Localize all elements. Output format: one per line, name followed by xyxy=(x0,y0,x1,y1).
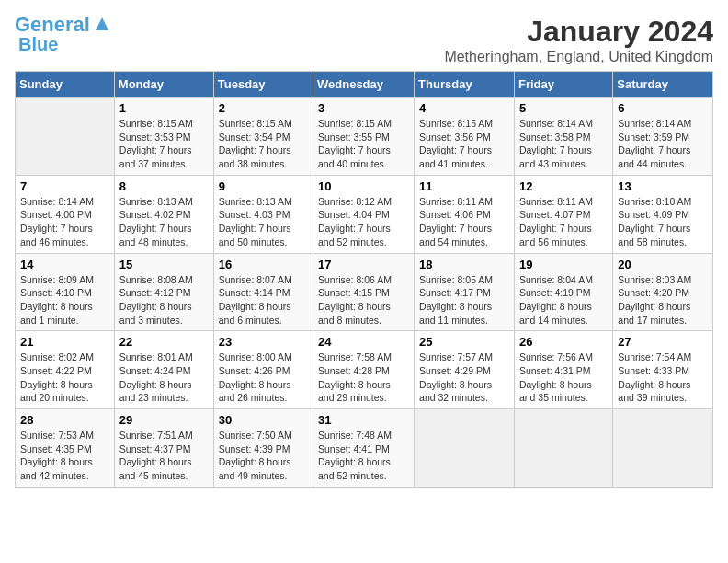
calendar-cell: 28Sunrise: 7:53 AMSunset: 4:35 PMDayligh… xyxy=(16,409,115,488)
day-info: Sunrise: 8:12 AMSunset: 4:04 PMDaylight:… xyxy=(318,195,409,249)
calendar-week-row: 14Sunrise: 8:09 AMSunset: 4:10 PMDayligh… xyxy=(16,253,713,331)
col-tuesday: Tuesday xyxy=(213,72,313,98)
col-monday: Monday xyxy=(114,72,213,98)
day-number: 27 xyxy=(618,335,708,349)
calendar-cell: 29Sunrise: 7:51 AMSunset: 4:37 PMDayligh… xyxy=(114,409,213,488)
col-saturday: Saturday xyxy=(613,72,713,98)
day-number: 24 xyxy=(318,335,409,349)
calendar-week-row: 7Sunrise: 8:14 AMSunset: 4:00 PMDaylight… xyxy=(16,175,713,253)
day-number: 6 xyxy=(618,101,708,115)
day-number: 12 xyxy=(519,179,608,193)
day-info: Sunrise: 8:14 AMSunset: 3:58 PMDaylight:… xyxy=(519,117,608,171)
day-number: 11 xyxy=(419,179,509,193)
day-number: 20 xyxy=(618,258,708,271)
location-subtitle: Metheringham, England, United Kingdom xyxy=(444,49,713,65)
day-info: Sunrise: 7:48 AMSunset: 4:41 PMDaylight:… xyxy=(318,429,409,483)
calendar-cell xyxy=(415,409,515,488)
calendar-cell: 12Sunrise: 8:11 AMSunset: 4:07 PMDayligh… xyxy=(514,175,612,253)
day-number: 3 xyxy=(318,101,409,115)
calendar-cell: 23Sunrise: 8:00 AMSunset: 4:26 PMDayligh… xyxy=(213,331,313,409)
day-number: 4 xyxy=(419,101,509,115)
day-number: 29 xyxy=(119,413,209,427)
calendar-cell: 21Sunrise: 8:02 AMSunset: 4:22 PMDayligh… xyxy=(16,331,115,409)
calendar-cell: 18Sunrise: 8:05 AMSunset: 4:17 PMDayligh… xyxy=(415,253,515,331)
title-area: January 2024 Metheringham, England, Unit… xyxy=(444,15,713,65)
day-number: 2 xyxy=(219,101,308,115)
day-number: 21 xyxy=(20,335,109,349)
day-number: 13 xyxy=(618,179,708,193)
day-number: 1 xyxy=(119,101,209,115)
day-number: 25 xyxy=(419,335,509,349)
calendar-table: Sunday Monday Tuesday Wednesday Thursday… xyxy=(15,71,713,488)
header: General Blue January 2024 Metheringham, … xyxy=(15,15,713,65)
calendar-cell: 1Sunrise: 8:15 AMSunset: 3:53 PMDaylight… xyxy=(114,98,213,176)
day-number: 16 xyxy=(219,258,308,271)
month-year-title: January 2024 xyxy=(444,15,713,49)
day-number: 8 xyxy=(119,179,209,193)
calendar-cell: 14Sunrise: 8:09 AMSunset: 4:10 PMDayligh… xyxy=(16,253,115,331)
day-number: 9 xyxy=(219,179,308,193)
day-info: Sunrise: 8:15 AMSunset: 3:54 PMDaylight:… xyxy=(219,117,308,171)
day-info: Sunrise: 8:15 AMSunset: 3:53 PMDaylight:… xyxy=(119,117,209,171)
calendar-cell: 22Sunrise: 8:01 AMSunset: 4:24 PMDayligh… xyxy=(114,331,213,409)
calendar-cell: 6Sunrise: 8:14 AMSunset: 3:59 PMDaylight… xyxy=(613,98,713,176)
day-info: Sunrise: 7:50 AMSunset: 4:39 PMDaylight:… xyxy=(219,429,308,483)
calendar-cell xyxy=(514,409,612,488)
calendar-cell: 9Sunrise: 8:13 AMSunset: 4:03 PMDaylight… xyxy=(213,175,313,253)
day-info: Sunrise: 8:08 AMSunset: 4:12 PMDaylight:… xyxy=(119,273,209,327)
col-sunday: Sunday xyxy=(16,72,115,98)
day-info: Sunrise: 7:54 AMSunset: 4:33 PMDaylight:… xyxy=(618,350,708,405)
day-info: Sunrise: 8:15 AMSunset: 3:56 PMDaylight:… xyxy=(419,117,509,171)
calendar-header-row: Sunday Monday Tuesday Wednesday Thursday… xyxy=(16,72,713,98)
day-info: Sunrise: 8:13 AMSunset: 4:02 PMDaylight:… xyxy=(119,195,209,249)
col-thursday: Thursday xyxy=(415,72,515,98)
day-info: Sunrise: 7:51 AMSunset: 4:37 PMDaylight:… xyxy=(119,429,209,483)
calendar-week-row: 21Sunrise: 8:02 AMSunset: 4:22 PMDayligh… xyxy=(16,331,713,409)
day-info: Sunrise: 7:56 AMSunset: 4:31 PMDaylight:… xyxy=(519,350,608,405)
day-number: 28 xyxy=(20,413,109,427)
col-friday: Friday xyxy=(514,72,612,98)
calendar-cell xyxy=(613,409,713,488)
day-number: 26 xyxy=(519,335,608,349)
day-number: 7 xyxy=(20,179,109,193)
day-number: 22 xyxy=(119,335,209,349)
calendar-cell: 30Sunrise: 7:50 AMSunset: 4:39 PMDayligh… xyxy=(213,409,313,488)
calendar-cell: 7Sunrise: 8:14 AMSunset: 4:00 PMDaylight… xyxy=(16,175,115,253)
calendar-cell: 13Sunrise: 8:10 AMSunset: 4:09 PMDayligh… xyxy=(613,175,713,253)
calendar-cell: 19Sunrise: 8:04 AMSunset: 4:19 PMDayligh… xyxy=(514,253,612,331)
day-info: Sunrise: 8:07 AMSunset: 4:14 PMDaylight:… xyxy=(219,273,308,327)
col-wednesday: Wednesday xyxy=(313,72,415,98)
calendar-week-row: 1Sunrise: 8:15 AMSunset: 3:53 PMDaylight… xyxy=(16,98,713,176)
calendar-cell: 11Sunrise: 8:11 AMSunset: 4:06 PMDayligh… xyxy=(415,175,515,253)
calendar-cell: 31Sunrise: 7:48 AMSunset: 4:41 PMDayligh… xyxy=(313,409,415,488)
logo-text: General xyxy=(15,15,90,35)
calendar-cell: 24Sunrise: 7:58 AMSunset: 4:28 PMDayligh… xyxy=(313,331,415,409)
day-number: 15 xyxy=(119,258,209,271)
calendar-cell: 5Sunrise: 8:14 AMSunset: 3:58 PMDaylight… xyxy=(514,98,612,176)
day-number: 10 xyxy=(318,179,409,193)
calendar-cell: 17Sunrise: 8:06 AMSunset: 4:15 PMDayligh… xyxy=(313,253,415,331)
calendar-cell: 10Sunrise: 8:12 AMSunset: 4:04 PMDayligh… xyxy=(313,175,415,253)
day-info: Sunrise: 8:11 AMSunset: 4:06 PMDaylight:… xyxy=(419,195,509,249)
day-info: Sunrise: 8:14 AMSunset: 4:00 PMDaylight:… xyxy=(20,195,109,249)
day-info: Sunrise: 8:13 AMSunset: 4:03 PMDaylight:… xyxy=(219,195,308,249)
day-number: 18 xyxy=(419,258,509,271)
day-info: Sunrise: 8:10 AMSunset: 4:09 PMDaylight:… xyxy=(618,195,708,249)
calendar-cell: 27Sunrise: 7:54 AMSunset: 4:33 PMDayligh… xyxy=(613,331,713,409)
calendar-week-row: 28Sunrise: 7:53 AMSunset: 4:35 PMDayligh… xyxy=(16,409,713,488)
logo-blue: Blue xyxy=(18,34,58,54)
day-info: Sunrise: 8:06 AMSunset: 4:15 PMDaylight:… xyxy=(318,273,409,327)
day-info: Sunrise: 8:11 AMSunset: 4:07 PMDaylight:… xyxy=(519,195,608,249)
day-info: Sunrise: 8:00 AMSunset: 4:26 PMDaylight:… xyxy=(219,350,308,405)
calendar-cell xyxy=(16,98,115,176)
day-info: Sunrise: 8:04 AMSunset: 4:19 PMDaylight:… xyxy=(519,273,608,327)
calendar-cell: 26Sunrise: 7:56 AMSunset: 4:31 PMDayligh… xyxy=(514,331,612,409)
calendar-cell: 8Sunrise: 8:13 AMSunset: 4:02 PMDaylight… xyxy=(114,175,213,253)
day-info: Sunrise: 7:57 AMSunset: 4:29 PMDaylight:… xyxy=(419,350,509,405)
day-info: Sunrise: 8:02 AMSunset: 4:22 PMDaylight:… xyxy=(20,350,109,405)
calendar-cell: 15Sunrise: 8:08 AMSunset: 4:12 PMDayligh… xyxy=(114,253,213,331)
svg-marker-0 xyxy=(96,17,108,30)
calendar-cell: 2Sunrise: 8:15 AMSunset: 3:54 PMDaylight… xyxy=(213,98,313,176)
day-number: 30 xyxy=(219,413,308,427)
day-info: Sunrise: 8:01 AMSunset: 4:24 PMDaylight:… xyxy=(119,350,209,405)
